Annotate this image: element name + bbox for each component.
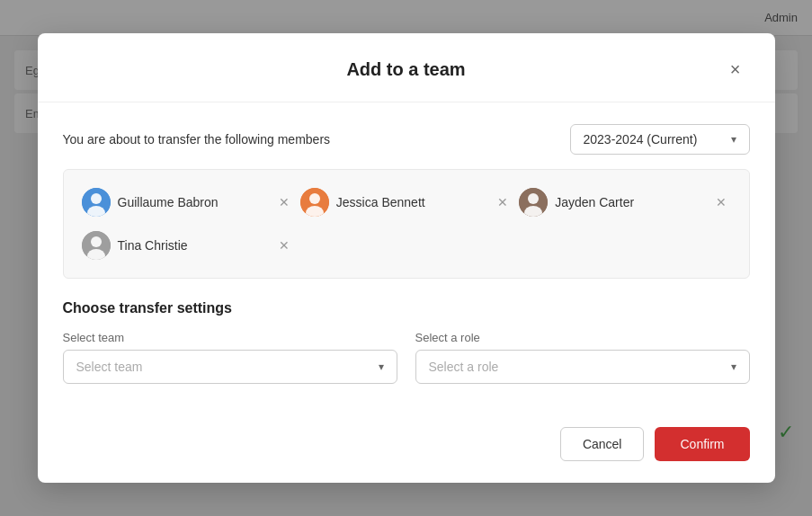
avatar: [82, 188, 111, 217]
member-name: Guillaume Babron: [118, 195, 268, 209]
select-role-placeholder: Select a role: [429, 360, 499, 374]
members-grid: Guillaume Babron ✕ Jessica Bennett ✕: [63, 169, 750, 279]
avatar: [300, 188, 329, 217]
close-button[interactable]: ×: [721, 55, 750, 84]
member-item: Tina Christie ✕: [78, 224, 297, 267]
members-header: You are about to transfer the following …: [63, 124, 750, 155]
chevron-down-icon: ▾: [731, 133, 736, 146]
remove-member-button[interactable]: ✕: [275, 236, 293, 254]
avatar: [519, 188, 548, 217]
team-field-group: Select team Select team ▾: [63, 331, 397, 384]
svg-point-7: [528, 193, 539, 204]
member-item: Jayden Carter ✕: [515, 181, 734, 224]
modal-title: Add to a team: [92, 59, 721, 80]
chevron-down-icon: ▾: [379, 360, 384, 373]
modal-dialog: Add to a team × You are about to transfe…: [38, 33, 775, 483]
role-field-label: Select a role: [415, 331, 750, 344]
member-item: Guillaume Babron ✕: [78, 181, 297, 224]
year-value: 2023-2024 (Current): [584, 132, 698, 147]
select-team-dropdown[interactable]: Select team ▾: [63, 350, 397, 384]
select-team-placeholder: Select team: [76, 360, 143, 374]
modal-body: You are about to transfer the following …: [38, 102, 775, 413]
svg-point-4: [309, 193, 320, 204]
transfer-label: You are about to transfer the following …: [63, 132, 331, 147]
settings-title: Choose transfer settings: [63, 300, 750, 316]
role-field-group: Select a role Select a role ▾: [415, 331, 750, 384]
settings-section: Choose transfer settings Select team Sel…: [63, 300, 750, 384]
confirm-button[interactable]: Confirm: [655, 427, 749, 461]
member-item: Jessica Bennett ✕: [297, 181, 515, 224]
chevron-down-icon: ▾: [731, 360, 736, 373]
svg-point-10: [91, 236, 102, 247]
year-dropdown[interactable]: 2023-2024 (Current) ▾: [570, 124, 750, 155]
modal-overlay: Add to a team × You are about to transfe…: [0, 0, 812, 516]
modal-header: Add to a team ×: [38, 33, 775, 102]
member-name: Tina Christie: [118, 238, 268, 253]
settings-row: Select team Select team ▾ Select a role …: [63, 331, 750, 384]
team-field-label: Select team: [63, 331, 397, 344]
svg-point-1: [91, 193, 102, 204]
avatar: [82, 231, 111, 260]
remove-member-button[interactable]: ✕: [494, 193, 512, 211]
member-name: Jayden Carter: [555, 195, 705, 209]
remove-member-button[interactable]: ✕: [712, 193, 730, 211]
member-name: Jessica Bennett: [336, 195, 486, 209]
remove-member-button[interactable]: ✕: [275, 193, 293, 211]
modal-footer: Cancel Confirm: [38, 413, 775, 483]
cancel-button[interactable]: Cancel: [560, 427, 645, 461]
select-role-dropdown[interactable]: Select a role ▾: [415, 350, 750, 384]
